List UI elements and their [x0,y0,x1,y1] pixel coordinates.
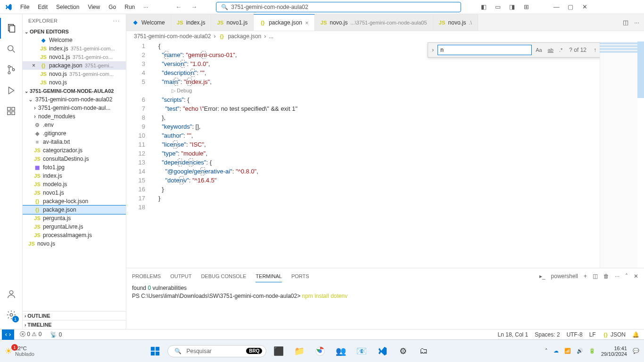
minimap[interactable] [600,41,637,268]
status-errors[interactable]: ⓧ 0 ⚠ 0 [17,330,44,338]
open-editor-item[interactable]: ×{}package.json3751-gemi... [23,61,126,70]
explorer-more-icon[interactable]: ··· [113,18,120,24]
terminal-shell-icon[interactable]: ▸_ [539,270,545,282]
search-icon[interactable] [0,39,23,59]
editor-tab[interactable]: JSnovo1.js [211,14,254,31]
tree-file[interactable]: JSindex.js [23,172,126,180]
tray-chevron-icon[interactable]: ˄ [545,348,548,354]
outline-section[interactable]: ›OUTLINE [23,311,126,320]
menu-more[interactable]: ··· [140,2,152,12]
editor-tab[interactable]: JSindex.js [171,14,212,31]
tree-folder[interactable]: ›node_modules [23,112,126,121]
folder-section[interactable]: ⌄3751-GEMINI-COM-NODE-AULA02 [23,87,126,95]
teams-icon[interactable]: 👥 [332,343,349,360]
panel-tab-terminal[interactable]: TERMINAL [256,271,282,282]
volume-icon[interactable]: 🔊 [577,348,583,354]
regex-icon[interactable]: .* [557,47,564,53]
minimize-icon[interactable]: — [553,3,560,10]
terminal[interactable]: found 0 vulnerabilities PS C:\Users\lima… [126,282,644,329]
code-editor[interactable]: 12345 6789101112131415161718 { "name": "… [126,41,644,268]
split-editor-icon[interactable]: ◫ [623,19,628,26]
maximize-icon[interactable]: ▢ [567,3,574,10]
terminal-new-icon[interactable]: + [584,270,587,282]
remote-icon[interactable] [2,329,14,340]
nav-back-icon[interactable]: ← [175,3,182,10]
status-port[interactable]: 📡 0 [47,331,65,338]
panel-close-icon[interactable]: ✕ [634,270,638,282]
editor-tab[interactable]: JSnovo.js.\ [433,14,478,31]
find-toggle-icon[interactable]: › [430,47,436,53]
chrome-icon[interactable] [312,343,329,360]
tree-file[interactable]: ⚙.env [23,121,126,129]
status-bell-icon[interactable]: 🔔 [629,331,642,338]
weather-widget[interactable]: ☀1 22°CNublado [5,346,34,357]
account-icon[interactable] [0,284,23,304]
tree-folder[interactable]: ›3751-gemini-com-node-aul... [23,104,126,112]
terminal-split-icon[interactable]: ◫ [593,270,598,282]
notifications-icon[interactable]: 💬 [633,348,639,354]
menu-go[interactable]: Go [105,2,120,12]
panel-tab-ports[interactable]: PORTS [291,271,309,282]
outlook-icon[interactable]: 📧 [353,343,370,360]
panel-tab-debug[interactable]: DEBUG CONSOLE [201,271,246,282]
system-tray[interactable]: ˄ ☁ 📶 🔊 🔋 16:4129/10/2024 💬 [545,346,639,357]
panel-up-icon[interactable]: ˄ [625,270,628,282]
tree-file[interactable]: JSnovo1.js [23,189,126,197]
open-editor-item[interactable]: JSnovo.js [23,78,126,87]
menu-edit[interactable]: Edit [34,2,51,12]
tree-file[interactable]: ▦foto1.jpg [23,163,126,172]
menu-file[interactable]: File [17,2,33,12]
vscode-app-icon[interactable] [374,343,391,360]
panel-tab-problems[interactable]: PROBLEMS [132,271,161,282]
terminal-trash-icon[interactable]: 🗑 [603,270,609,282]
tree-file[interactable]: JSconsultaDestino.js [23,155,126,163]
tree-file[interactable]: {}package-lock.json [23,197,126,206]
match-case-icon[interactable]: Aa [534,47,544,53]
tree-file[interactable]: {}package.json [23,206,126,214]
tree-folder[interactable]: ⌄3751-gemini-com-node-aula02 [23,95,126,104]
layout-icon-4[interactable]: ⊞ [522,3,530,10]
open-editors-section[interactable]: ⌄OPEN EDITORS [23,27,126,36]
tree-file[interactable]: ◆.gitignore [23,129,126,138]
tree-file[interactable]: JSnovo.js [23,239,126,248]
taskview-icon[interactable]: ⬛ [270,343,287,360]
tree-file[interactable]: JSmodelo.js [23,180,126,189]
menu-view[interactable]: View [84,2,104,12]
open-editor-item[interactable]: JSnovo.js3751-gemini-com... [23,70,126,78]
start-icon[interactable] [147,343,164,360]
tree-file[interactable]: JSperguntaLivre.js [23,222,126,231]
wifi-icon[interactable]: 📶 [564,348,571,354]
tab-more-icon[interactable]: ··· [634,19,639,26]
menu-selection[interactable]: Selection [52,2,83,12]
find-prev-icon[interactable]: ↑ [591,47,599,53]
run-debug-icon[interactable] [0,80,23,101]
close-icon[interactable]: ✕ [581,3,588,10]
status-lang[interactable]: {} JSON [600,331,628,338]
command-center[interactable]: 🔍 3751-gemini-com-node-aula02 [216,2,461,12]
tab-close-icon[interactable]: × [305,19,309,26]
editor-tab[interactable]: {}package.json× [254,14,314,31]
timeline-section[interactable]: ›TIMELINE [23,320,126,329]
open-editor-item[interactable]: JSindex.js3751-gemini-com... [23,44,126,53]
terminal-more-icon[interactable]: ··· [615,270,619,282]
extensions-icon[interactable] [0,101,23,122]
explorer-icon[interactable] [0,18,23,39]
whole-word-icon[interactable]: ab [546,47,555,53]
layout-icon-1[interactable]: ◧ [480,3,487,10]
layout-icon-3[interactable]: ◨ [508,3,516,10]
settings-app-icon[interactable]: ⚙ [395,343,412,360]
onedrive-icon[interactable]: ☁ [553,348,559,354]
tree-file[interactable]: JSpergunta.js [23,214,126,222]
scrollbar-thumb[interactable] [637,41,644,98]
layout-icon-2[interactable]: ▭ [494,3,502,10]
source-control-icon[interactable] [0,59,23,80]
status-position[interactable]: Ln 18, Col 1 [495,331,531,338]
terminal-shell-label[interactable]: powershell [551,270,578,282]
menu-run[interactable]: Run [121,2,139,12]
close-editor-icon[interactable]: × [32,62,38,69]
open-editor-item[interactable]: JSnovo1.js3751-gemini-co... [23,53,126,61]
taskbar-search[interactable]: 🔍PesquisarBRQ [167,345,266,357]
tree-file[interactable]: JSprocessaImagem.js [23,231,126,239]
battery-icon[interactable]: 🔋 [589,348,595,354]
app-icon[interactable]: 🗂 [415,343,432,360]
